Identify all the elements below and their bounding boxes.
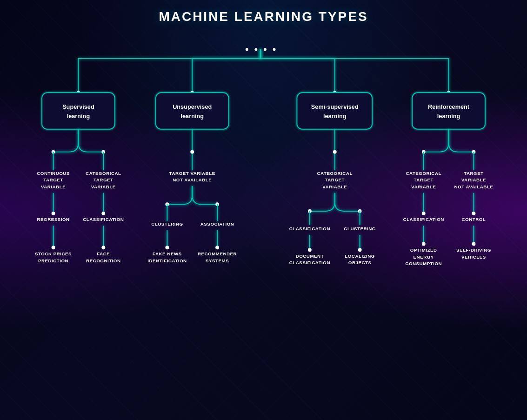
unsupervised-label2: learning — [181, 113, 204, 120]
clustering-unsup-label: CLUSTERING — [151, 221, 183, 227]
svg-point-1 — [254, 48, 257, 51]
fakenews-label: FAKE NEWS — [153, 251, 182, 256]
svg-point-31 — [333, 150, 337, 154]
rein-target-label2: VARIABLE — [461, 177, 486, 182]
stock-label: STOCK PRICES — [35, 251, 72, 256]
face-label: FACE — [97, 251, 110, 256]
target-var-label2: NOT AVAILABLE — [173, 177, 212, 182]
svg-point-49 — [472, 212, 476, 215]
svg-point-3 — [273, 48, 276, 51]
classification-rein-label: CLASSIFICATION — [403, 217, 444, 222]
localizing-label2: OBJECTS — [348, 260, 372, 265]
rein-cat-label2: TARGET — [414, 177, 434, 182]
control-label: CONTROL — [462, 217, 486, 222]
svg-point-44 — [422, 212, 426, 215]
stock-label2: PREDICTION — [38, 258, 68, 263]
classification-semi-label: CLASSIFICATION — [289, 226, 330, 231]
optimized-label: OPTIMIZED — [410, 247, 437, 253]
semi-cat-label: CATEGORICAL — [317, 171, 353, 176]
svg-point-0 — [246, 48, 248, 51]
supervised-label2: learning — [67, 113, 90, 120]
cat-target-label3: VARIABLE — [91, 184, 116, 189]
svg-point-14 — [52, 246, 55, 249]
reinforcement-label2: learning — [437, 113, 460, 120]
optimized-label3: CONSUMPTION — [405, 261, 442, 266]
fakenews-label2: IDENTIFICATION — [147, 258, 187, 263]
unsupervised-label: Unsupervised — [173, 103, 212, 110]
recommender-label2: SYSTEMS — [206, 258, 229, 263]
selfdriving-label2: VEHICLES — [461, 254, 486, 260]
regression-label: REGRESSION — [37, 217, 70, 222]
svg-point-29 — [215, 246, 219, 249]
classification-sup-label: CLASSIFICATION — [83, 217, 124, 222]
svg-point-12 — [52, 212, 55, 215]
rein-cat-label: CATEGORICAL — [406, 171, 441, 176]
semi-label2: learning — [323, 113, 346, 120]
svg-point-21 — [190, 150, 194, 154]
cat-target-label: CATEGORICAL — [86, 171, 121, 176]
recommender-label: RECOMMENDER — [198, 251, 237, 256]
page-title: MACHINE LEARNING TYPES — [14, 9, 513, 24]
reinforcement-label: Reinforcement — [428, 103, 470, 110]
svg-point-19 — [101, 246, 105, 249]
svg-point-51 — [472, 242, 476, 246]
clustering-semi-label: CLUSTERING — [344, 226, 375, 231]
semi-label: Semi-supervised — [311, 103, 359, 110]
svg-point-17 — [101, 212, 105, 215]
selfdriving-label: SELF-DRIVING — [456, 247, 491, 253]
rein-target-label: TARGET — [464, 171, 483, 176]
face-label2: RECOGNITION — [86, 258, 120, 263]
continuous-label2: TARGET — [43, 177, 63, 182]
supervised-box — [42, 93, 115, 129]
target-var-label: TARGET VARIABLE — [169, 171, 215, 176]
semi-cat-label3: VARIABLE — [322, 184, 347, 189]
cat-target-label2: TARGET — [93, 177, 113, 182]
rein-target-label3: NOT AVAILABLE — [454, 184, 493, 189]
semi-box — [297, 93, 372, 129]
association-label: ASSOCIATION — [200, 221, 234, 227]
localizing-label: LOCALIZING — [345, 253, 375, 259]
continuous-label: CONTINUOUS — [37, 171, 70, 176]
semi-cat-label2: TARGET — [325, 177, 345, 182]
svg-point-26 — [165, 246, 169, 249]
svg-point-2 — [264, 48, 267, 51]
rein-cat-label3: VARIABLE — [411, 184, 436, 189]
optimized-label2: ENERGY — [414, 254, 434, 260]
supervised-label: Supervised — [62, 103, 94, 110]
svg-point-39 — [358, 248, 362, 252]
svg-point-36 — [308, 248, 312, 252]
doc-class-label: DOCUMENT — [296, 253, 324, 259]
svg-point-46 — [422, 242, 426, 246]
continuous-label3: VARIABLE — [41, 184, 66, 189]
unsupervised-box — [156, 93, 229, 129]
reinforcement-box — [412, 93, 485, 129]
doc-class-label2: CLASSIFICATION — [289, 260, 330, 265]
